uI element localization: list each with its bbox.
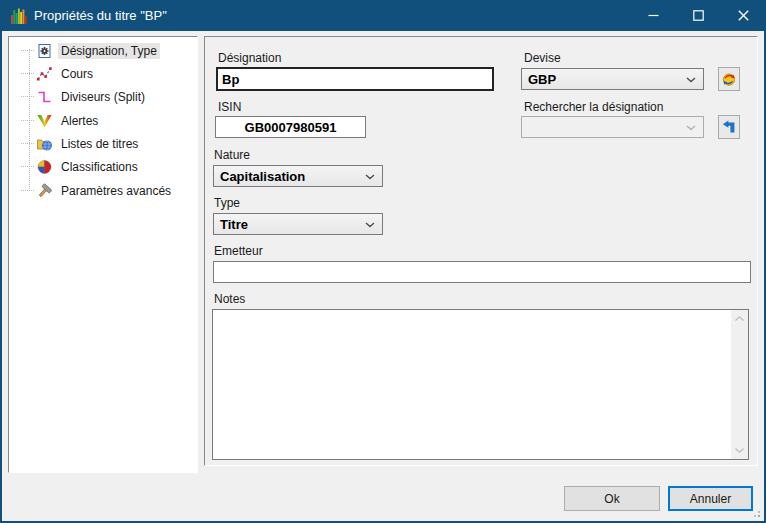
currency-exchange-icon <box>722 72 736 86</box>
chevron-down-icon <box>686 125 696 131</box>
designation-input[interactable] <box>216 67 494 91</box>
window-title: Propriétés du titre "BP" <box>34 0 167 31</box>
sidebar-item-label: Alertes <box>58 113 101 129</box>
designation-label: Désignation <box>218 51 281 65</box>
maximize-button[interactable] <box>676 0 721 31</box>
sidebar-item-label: Désignation, Type <box>58 43 160 59</box>
emetteur-label: Emetteur <box>214 244 263 258</box>
sidebar-tree: Désignation, Type Cours Diviseurs (Split… <box>8 36 198 473</box>
currency-convert-button[interactable] <box>718 67 740 91</box>
type-label: Type <box>214 196 240 210</box>
isin-input[interactable] <box>215 116 366 138</box>
alert-v-icon <box>36 113 53 129</box>
sidebar-item-alertes[interactable]: Alertes <box>36 110 101 131</box>
scroll-down-icon[interactable] <box>731 442 748 459</box>
sidebar-item-label: Listes de titres <box>58 136 141 152</box>
undo-arrow-icon <box>722 120 736 134</box>
gear-document-icon <box>36 43 53 59</box>
sidebar-item-classifications[interactable]: Classifications <box>36 156 141 177</box>
hammer-icon <box>36 183 53 199</box>
app-bars-icon <box>9 6 29 26</box>
devise-value: GBP <box>528 72 556 87</box>
close-icon <box>738 10 749 21</box>
cancel-button[interactable]: Annuler <box>668 486 753 511</box>
notes-textarea[interactable] <box>212 309 749 460</box>
sidebar-item-diviseurs[interactable]: Diviseurs (Split) <box>36 86 148 107</box>
isin-label: ISIN <box>218 100 241 114</box>
notes-scrollbar[interactable] <box>731 310 748 459</box>
type-value: Titre <box>220 217 248 232</box>
devise-select[interactable]: GBP <box>521 68 704 90</box>
properties-dialog: Propriétés du titre "BP" <box>0 0 766 523</box>
folder-globe-icon <box>36 136 53 152</box>
emetteur-input[interactable] <box>213 261 751 283</box>
sidebar-item-label: Paramètres avancés <box>58 183 174 199</box>
rechercher-select[interactable] <box>521 116 704 138</box>
chevron-down-icon <box>365 174 375 180</box>
price-chart-icon <box>36 66 53 82</box>
ok-button[interactable]: Ok <box>564 486 660 511</box>
minimize-button[interactable] <box>631 0 676 31</box>
chevron-down-icon <box>365 222 375 228</box>
scroll-up-icon[interactable] <box>731 310 748 327</box>
notes-label: Notes <box>214 292 245 306</box>
rechercher-label: Rechercher la désignation <box>524 100 663 114</box>
pie-chart-icon <box>36 159 53 175</box>
sidebar-item-label: Diviseurs (Split) <box>58 89 148 105</box>
sidebar-item-designation-type[interactable]: Désignation, Type <box>36 40 160 61</box>
type-select[interactable]: Titre <box>213 213 383 235</box>
sidebar-item-parametres[interactable]: Paramètres avancés <box>36 180 174 201</box>
undo-search-button[interactable] <box>718 115 740 139</box>
sidebar-item-label: Classifications <box>58 159 141 175</box>
minimize-icon <box>648 10 659 21</box>
nature-label: Nature <box>214 148 250 162</box>
chevron-down-icon <box>686 77 696 83</box>
titlebar: Propriétés du titre "BP" <box>0 0 766 31</box>
form-panel: Désignation Devise GBP ISIN Rechercher l… <box>204 36 758 466</box>
sidebar-item-label: Cours <box>58 66 96 82</box>
maximize-icon <box>693 10 704 21</box>
nature-value: Capitalisation <box>220 169 305 184</box>
split-step-icon <box>36 89 53 105</box>
resize-grip[interactable] <box>751 508 761 518</box>
close-button[interactable] <box>721 0 766 31</box>
nature-select[interactable]: Capitalisation <box>213 165 383 187</box>
sidebar-item-listes[interactable]: Listes de titres <box>36 133 141 154</box>
devise-label: Devise <box>524 51 561 65</box>
sidebar-item-cours[interactable]: Cours <box>36 63 96 84</box>
